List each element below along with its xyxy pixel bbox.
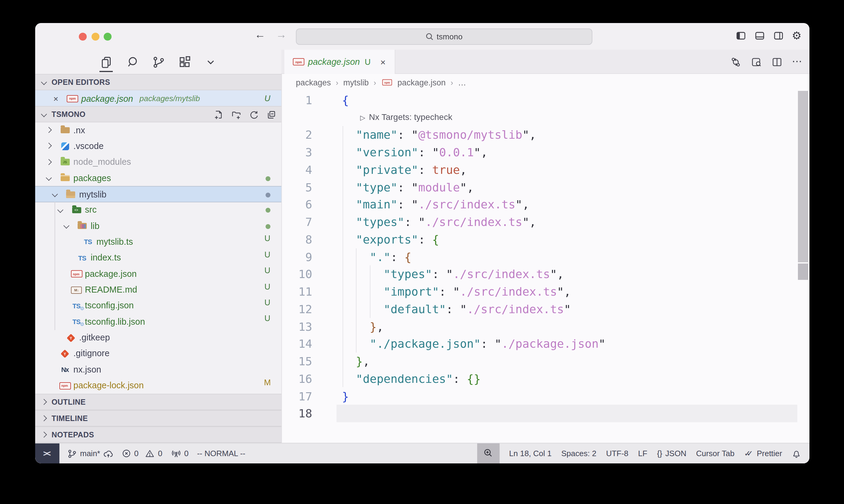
notepads-header[interactable]: NOTEPADS	[35, 427, 281, 443]
tree-item-index.ts[interactable]: TSindex.tsU	[35, 250, 281, 266]
new-file-icon[interactable]	[213, 110, 224, 120]
extensions-icon[interactable]	[177, 55, 192, 69]
scrollbar[interactable]	[797, 74, 809, 443]
tree-item-.gitignore[interactable]: Y.gitignore	[35, 346, 281, 362]
code-line-14[interactable]: "./package.json": "./package.json"	[342, 335, 605, 353]
new-folder-icon[interactable]	[231, 110, 241, 120]
line-number: 13	[282, 318, 312, 335]
cursor-position-item[interactable]: Ln 18, Col 1	[509, 449, 551, 458]
codelens[interactable]: ▷Nx Targets: typecheck	[360, 109, 452, 126]
encoding-item[interactable]: UTF-8	[606, 449, 628, 458]
toggle-sidebar-icon[interactable]	[736, 30, 746, 41]
branch-name: main*	[80, 449, 100, 458]
remote-indicator[interactable]: ><	[35, 444, 59, 463]
language-label: JSON	[666, 449, 686, 458]
notifications-item[interactable]	[792, 449, 801, 458]
command-center-search[interactable]: tsmono	[296, 29, 592, 45]
more-actions-icon[interactable]: ⋯	[792, 59, 802, 65]
search-view-icon[interactable]	[125, 55, 139, 69]
cursor-tab-item[interactable]: Cursor Tab	[696, 449, 735, 458]
code-line-10[interactable]: "types": "./src/index.ts",	[342, 266, 564, 283]
refresh-icon[interactable]	[248, 110, 259, 120]
timeline-header[interactable]: TIMELINE	[35, 410, 281, 427]
code-line-4[interactable]: "private": true,	[342, 161, 467, 179]
tree-item-mytslib[interactable]: mytslib	[35, 186, 281, 202]
tree-item-README.md[interactable]: M↓README.mdU	[35, 282, 281, 298]
explorer-icon[interactable]	[99, 55, 114, 69]
code-line-2[interactable]: "name": "@tsmono/mytslib",	[342, 126, 536, 144]
open-editor-item[interactable]: × npm package.json packages/mytslib U	[35, 90, 281, 107]
code-line-17[interactable]: }	[342, 388, 349, 405]
close-window-button[interactable]	[79, 32, 87, 40]
code-line-13[interactable]: },	[342, 318, 383, 335]
git-branch-item[interactable]: main*	[67, 449, 114, 458]
tree-item-.gitkeep[interactable]: Y.gitkeep	[35, 330, 281, 346]
code-line-8[interactable]: "exports": {	[342, 231, 439, 248]
indentation-item[interactable]: Spaces: 2	[562, 449, 597, 458]
tree-item-.vscode[interactable]: .vscode	[35, 139, 281, 155]
vim-mode-item[interactable]: -- NORMAL --	[197, 449, 245, 458]
language-item[interactable]: {} JSON	[657, 449, 686, 458]
code-line-12[interactable]: "default": "./src/index.ts"	[342, 301, 571, 318]
toggle-panel-icon[interactable]	[754, 30, 765, 41]
scrollbar-slider[interactable]	[798, 91, 808, 262]
tree-item-tsconfig.json[interactable]: TStsconfig.jsonU	[35, 298, 281, 314]
editor-actions: ⋯	[730, 50, 802, 74]
chevron-down-icon	[63, 222, 69, 229]
line-number: 15	[282, 353, 312, 370]
tree-item-nx.json[interactable]: Nxnx.json	[35, 362, 281, 378]
workspace-header[interactable]: TSMONO	[35, 106, 281, 122]
minimize-window-button[interactable]	[91, 32, 99, 40]
forward-icon[interactable]: →	[276, 29, 287, 41]
tree-item-src[interactable]: <>src	[35, 202, 281, 218]
code-line-11[interactable]: "import": "./src/index.ts",	[342, 283, 571, 301]
zoom-indicator[interactable]	[477, 443, 499, 463]
code-line-16[interactable]: "dependencies": {}	[342, 370, 481, 388]
zoom-window-button[interactable]	[104, 32, 111, 40]
open-changes-icon[interactable]	[730, 56, 742, 68]
code-line-7[interactable]: "types": "./src/index.ts",	[342, 213, 536, 231]
code-area[interactable]: 1{▷Nx Targets: typecheck2 "name": "@tsmo…	[282, 74, 809, 443]
problems-item[interactable]: 0 0	[122, 449, 162, 458]
tree-item-mytslib.ts[interactable]: TSmytslib.tsU	[35, 234, 281, 250]
tree-item-label: tsconfig.lib.json	[85, 317, 145, 326]
close-editor-icon[interactable]: ×	[53, 94, 58, 103]
code-line-3[interactable]: "version": "0.0.1",	[342, 144, 488, 161]
toggle-secondary-sidebar-icon[interactable]	[773, 30, 784, 41]
more-views-chevron-icon[interactable]	[203, 55, 218, 69]
eol-item[interactable]: LF	[638, 449, 647, 458]
tree-item-lib[interactable]: lib	[35, 218, 281, 234]
source-control-icon[interactable]	[151, 55, 166, 69]
split-editor-icon[interactable]	[771, 56, 783, 68]
git-dot-badge	[265, 193, 271, 197]
settings-gear-icon[interactable]: ⚙	[792, 30, 802, 42]
line-number: 1	[282, 91, 312, 109]
tree-item-.nx[interactable]: .nx	[35, 122, 281, 139]
tree-item-tsconfig.lib.json[interactable]: TStsconfig.lib.jsonU	[35, 314, 281, 330]
collapse-all-icon[interactable]	[266, 110, 276, 120]
tree-item-packages[interactable]: packages	[35, 170, 281, 186]
src-folder-icon: <>	[72, 207, 81, 213]
code-line-9[interactable]: ".": {	[342, 248, 411, 266]
run-icon[interactable]: ▷	[360, 113, 365, 122]
tree-item-label: package.json	[85, 269, 137, 278]
code-line-15[interactable]: },	[342, 353, 370, 370]
chevron-right-icon	[46, 127, 52, 133]
code-line-1[interactable]: {	[342, 91, 349, 109]
tree-item-label: mytslib.ts	[97, 237, 133, 247]
tab-package-json[interactable]: npm package.json U ×	[285, 50, 395, 74]
code-line-5[interactable]: "type": "module",	[342, 178, 474, 196]
tab-close-icon[interactable]: ×	[380, 57, 385, 67]
tree-item-node_modules[interactable]: JSnode_modules	[35, 154, 281, 170]
ports-item[interactable]: 0	[171, 449, 188, 458]
line-number: 6	[282, 196, 312, 214]
open-editors-header[interactable]: OPEN EDITORS	[35, 74, 281, 90]
open-preview-icon[interactable]	[751, 56, 762, 68]
tree-item-package-lock.json[interactable]: npmpackage-lock.jsonM	[35, 378, 281, 394]
code-line-6[interactable]: "main": "./src/index.ts",	[342, 196, 529, 214]
tree-item-package.json[interactable]: npmpackage.jsonU	[35, 266, 281, 282]
back-icon[interactable]: ←	[255, 29, 265, 41]
formatter-item[interactable]: ✓✓ Prettier	[744, 449, 782, 458]
outline-header[interactable]: OUTLINE	[35, 394, 281, 410]
cursor-position: Ln 18, Col 1	[509, 449, 551, 458]
